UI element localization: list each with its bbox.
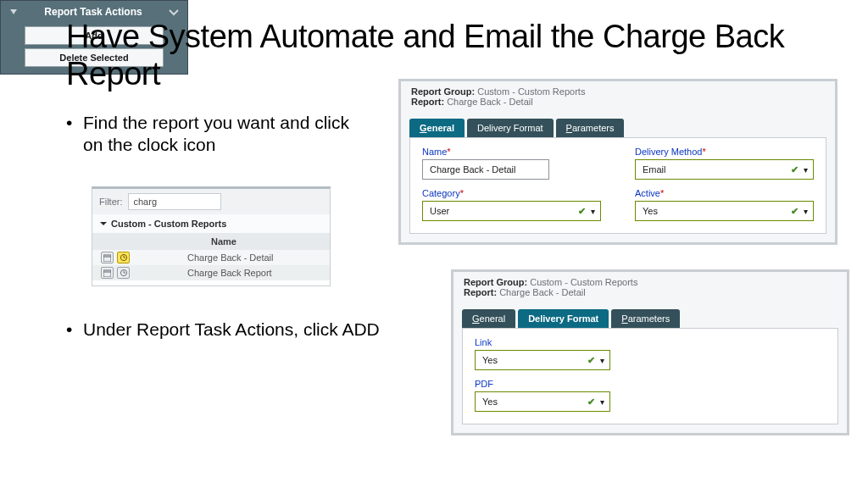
filter-label: Filter: bbox=[99, 197, 123, 207]
report-group-label: Report Group: bbox=[411, 86, 475, 97]
name-input[interactable]: Charge Back - Detail bbox=[422, 159, 549, 180]
screenshot-form-delivery-format: Report Group: Custom - Custom Reports Re… bbox=[451, 269, 849, 435]
chevron-down-icon: ▾ bbox=[802, 165, 810, 175]
chevron-down-icon[interactable] bbox=[169, 8, 179, 16]
check-icon: ✔ bbox=[578, 206, 589, 217]
panel-title: Report Task Actions bbox=[44, 6, 142, 18]
clock-icon[interactable] bbox=[117, 267, 130, 279]
report-group-value: Custom - Custom Reports bbox=[530, 277, 637, 287]
chevron-down-icon: ▾ bbox=[598, 397, 606, 407]
category-label: Category* bbox=[422, 188, 601, 198]
chevron-down-icon: ▾ bbox=[589, 207, 597, 216]
tab-general[interactable]: General bbox=[462, 309, 515, 328]
group-label: Custom - Custom Reports bbox=[111, 219, 226, 229]
report-name: Charge Back Report bbox=[187, 268, 272, 278]
filter-input[interactable] bbox=[128, 193, 221, 210]
tab-parameters[interactable]: Parameters bbox=[611, 309, 680, 328]
active-select[interactable]: Yes✔▾ bbox=[635, 201, 814, 221]
tab-delivery-format[interactable]: Delivery Format bbox=[518, 309, 609, 328]
active-label: Active* bbox=[635, 188, 814, 198]
report-label: Report: bbox=[464, 287, 497, 297]
delivery-method-select[interactable]: Email✔▾ bbox=[635, 159, 814, 180]
report-value: Charge Back - Detail bbox=[499, 287, 586, 297]
pdf-label: PDF bbox=[475, 379, 610, 389]
name-label: Name* bbox=[422, 147, 601, 157]
report-group-label: Report Group: bbox=[464, 277, 527, 287]
table-row[interactable]: Charge Back Report bbox=[92, 265, 330, 280]
column-header-name: Name bbox=[92, 233, 330, 250]
check-icon: ✔ bbox=[587, 396, 598, 408]
check-icon: ✔ bbox=[791, 164, 802, 175]
link-label: Link bbox=[475, 337, 610, 347]
bullet-1: Find the report you want and click on th… bbox=[66, 112, 363, 157]
screenshot-filter-panel: Filter: Custom - Custom Reports Name Cha… bbox=[92, 186, 331, 286]
check-icon: ✔ bbox=[791, 206, 802, 217]
calendar-icon[interactable] bbox=[101, 252, 114, 263]
clock-icon[interactable] bbox=[117, 252, 130, 263]
dropdown-triangle-icon[interactable] bbox=[9, 8, 18, 16]
calendar-icon[interactable] bbox=[101, 267, 114, 279]
check-icon: ✔ bbox=[587, 355, 598, 366]
link-select[interactable]: Yes✔▾ bbox=[475, 350, 610, 370]
report-value: Charge Back - Detail bbox=[447, 97, 533, 107]
chevron-down-icon: ▾ bbox=[802, 207, 810, 216]
bullet-2: Under Report Task Actions, click ADD bbox=[66, 319, 388, 341]
tab-general[interactable]: General bbox=[409, 119, 465, 137]
tab-delivery-format[interactable]: Delivery Format bbox=[467, 119, 554, 137]
delivery-method-label: Delivery Method* bbox=[635, 147, 814, 157]
svg-rect-3 bbox=[103, 270, 111, 277]
report-name: Charge Back - Detail bbox=[187, 252, 274, 263]
table-row[interactable]: Charge Back - Detail bbox=[92, 250, 330, 265]
category-select[interactable]: User✔▾ bbox=[422, 201, 601, 221]
tab-parameters[interactable]: Parameters bbox=[556, 119, 625, 137]
pdf-select[interactable]: Yes✔▾ bbox=[475, 391, 610, 412]
chevron-down-icon: ▾ bbox=[598, 356, 606, 365]
chevron-down-icon[interactable] bbox=[99, 219, 108, 228]
svg-rect-0 bbox=[103, 255, 111, 262]
screenshot-form-general: Report Group: Custom - Custom Reports Re… bbox=[398, 79, 837, 245]
report-group-value: Custom - Custom Reports bbox=[477, 86, 585, 97]
report-label: Report: bbox=[411, 97, 444, 107]
